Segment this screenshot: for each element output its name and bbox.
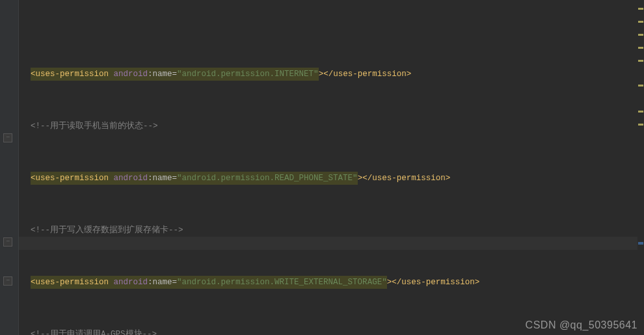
code-line[interactable]: <uses-permission android:name="android.p… [21, 172, 644, 185]
code-line[interactable]: <uses-permission android:name="android.p… [21, 68, 644, 81]
gutter: − − − [0, 0, 19, 335]
fold-toggle-meta-data[interactable]: − [3, 237, 12, 247]
scrollbar-marks[interactable] [637, 0, 644, 335]
code-line[interactable]: <uses-permission android:name="android.p… [21, 276, 644, 289]
code-line[interactable]: <!--用于申请调用A-GPS模块--> [21, 328, 644, 335]
fold-toggle-application[interactable]: − [3, 133, 12, 142]
code-area[interactable]: <uses-permission android:name="android.p… [19, 0, 644, 335]
code-line[interactable]: <!--用于写入缓存数据到扩展存储卡--> [21, 224, 644, 237]
fold-toggle-intent-filter[interactable]: − [3, 276, 12, 286]
code-line[interactable]: <!--用于读取手机当前的状态--> [21, 120, 644, 133]
code-editor[interactable]: − − − <uses-permission android:name="and… [0, 0, 644, 335]
